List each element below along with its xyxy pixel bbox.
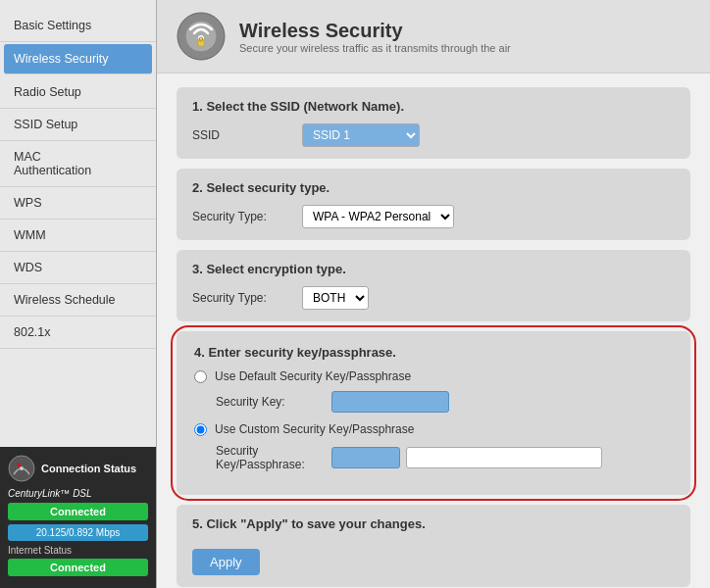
default-key-label: Use Default Security Key/Passphrase bbox=[215, 369, 411, 383]
sidebar-item-basic-settings[interactable]: Basic Settings bbox=[0, 10, 156, 42]
sidebar-item-radio-setup[interactable]: Radio Setup bbox=[0, 76, 156, 109]
ssid-label: SSID bbox=[192, 128, 290, 142]
apply-button[interactable]: Apply bbox=[192, 549, 260, 575]
sidebar-item-wireless-schedule[interactable]: Wireless Schedule bbox=[0, 284, 156, 317]
security-type-select[interactable]: WPA - WPA2 Personal WPA2 Personal WEP No… bbox=[302, 205, 454, 228]
speedometer-icon bbox=[8, 455, 35, 482]
apply-title: 5. Click "Apply" to save your changes. bbox=[192, 516, 675, 531]
custom-key-hint bbox=[331, 447, 400, 468]
ssid-section: 1. Select the SSID (Network Name). SSID … bbox=[177, 87, 690, 159]
wireless-security-icon bbox=[177, 12, 226, 61]
default-key-radio[interactable] bbox=[194, 370, 207, 383]
sidebar-item-802-1x[interactable]: 802.1x bbox=[0, 317, 156, 349]
sidebar-item-wireless-security[interactable]: Wireless Security bbox=[4, 44, 152, 74]
ssid-form-row: SSID SSID 1 SSID 2 SSID 3 bbox=[192, 123, 675, 147]
sidebar-item-wds[interactable]: WDS bbox=[0, 252, 156, 284]
encryption-section: 3. Select encryption type. Security Type… bbox=[177, 250, 690, 321]
encryption-title: 3. Select encryption type. bbox=[192, 262, 675, 276]
security-key-label1: Security Key: bbox=[216, 395, 324, 409]
apply-section: 5. Click "Apply" to save your changes. A… bbox=[177, 505, 690, 587]
speed-badge: 20.125/0.892 Mbps bbox=[8, 524, 148, 541]
passphrase-title: 4. Enter security key/passphrase. bbox=[194, 345, 673, 360]
internet-connected-badge: Connected bbox=[8, 559, 148, 576]
page-subtitle: Secure your wireless traffic as it trans… bbox=[239, 42, 511, 54]
custom-key-row: Security Key/Passphrase: bbox=[216, 444, 673, 471]
sidebar: Basic Settings Wireless Security Radio S… bbox=[0, 0, 157, 588]
page-header: Wireless Security Secure your wireless t… bbox=[157, 0, 710, 74]
default-key-radio-row: Use Default Security Key/Passphrase bbox=[194, 369, 673, 383]
internet-status-label: Internet Status bbox=[8, 545, 148, 556]
custom-key-radio[interactable] bbox=[194, 423, 207, 436]
mac-auth-label: MACAuthentication bbox=[14, 150, 91, 177]
main-content: Wireless Security Secure your wireless t… bbox=[157, 0, 710, 588]
default-key-input bbox=[331, 391, 449, 413]
provider-label: CenturyLink™ DSL bbox=[8, 488, 148, 499]
sidebar-item-mac-auth[interactable]: MACAuthentication bbox=[0, 141, 156, 187]
sidebar-item-wmm[interactable]: WMM bbox=[0, 220, 156, 252]
page-header-text: Wireless Security Secure your wireless t… bbox=[239, 20, 511, 54]
passphrase-section: 4. Enter security key/passphrase. Use De… bbox=[177, 331, 690, 495]
security-type-form-row: Security Type: WPA - WPA2 Personal WPA2 … bbox=[192, 205, 675, 228]
custom-key-label: Use Custom Security Key/Passphrase bbox=[215, 422, 414, 436]
content-area: 1. Select the SSID (Network Name). SSID … bbox=[157, 74, 710, 588]
sidebar-item-ssid-setup[interactable]: SSID Setup bbox=[0, 109, 156, 141]
custom-key-radio-row: Use Custom Security Key/Passphrase bbox=[194, 422, 673, 436]
svg-rect-6 bbox=[198, 39, 204, 46]
security-type-title: 2. Select security type. bbox=[192, 180, 675, 195]
connection-status-title: Connection Status bbox=[41, 462, 136, 475]
ssid-section-title: 1. Select the SSID (Network Name). bbox=[192, 99, 675, 114]
encryption-form-row: Security Type: BOTH AES TKIP bbox=[192, 286, 675, 310]
connected-badge: Connected bbox=[8, 503, 148, 520]
encryption-label: Security Type: bbox=[192, 291, 290, 305]
security-key-label2: Security Key/Passphrase: bbox=[216, 444, 324, 471]
encryption-select[interactable]: BOTH AES TKIP bbox=[302, 286, 369, 310]
custom-key-input[interactable] bbox=[406, 447, 602, 468]
connection-status-box: Connection Status CenturyLink™ DSL Conne… bbox=[0, 447, 156, 588]
security-type-label: Security Type: bbox=[192, 210, 290, 223]
sidebar-item-wps[interactable]: WPS bbox=[0, 187, 156, 220]
svg-point-2 bbox=[20, 466, 24, 470]
page-title: Wireless Security bbox=[239, 20, 511, 42]
default-key-row: Security Key: bbox=[216, 391, 673, 413]
security-type-section: 2. Select security type. Security Type: … bbox=[177, 169, 690, 240]
ssid-select[interactable]: SSID 1 SSID 2 SSID 3 bbox=[302, 123, 420, 147]
